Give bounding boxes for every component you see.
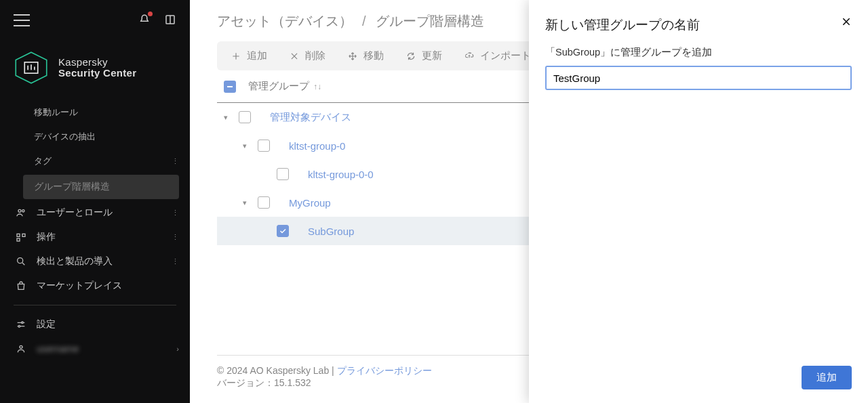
row-checkbox[interactable] bbox=[258, 196, 270, 209]
sidebar-item-tags[interactable]: タグ ⋮ bbox=[0, 149, 190, 173]
settings-icon bbox=[15, 318, 27, 331]
breadcrumb-separator: / bbox=[362, 14, 366, 29]
cloud-upload-icon bbox=[464, 51, 475, 62]
move-button[interactable]: 移動 bbox=[339, 45, 392, 66]
caret-icon[interactable]: ▾ bbox=[224, 113, 232, 122]
users-icon bbox=[15, 207, 27, 219]
chevron-right-icon: ⋮ bbox=[172, 209, 179, 217]
add-button[interactable]: 追加 bbox=[222, 45, 275, 66]
privacy-link[interactable]: プライバシーポリシー bbox=[337, 365, 432, 376]
sidebar-item-marketplace[interactable]: マーケットプレイス bbox=[0, 274, 190, 298]
caret-icon[interactable]: ▾ bbox=[243, 142, 251, 150]
header-checkbox[interactable] bbox=[224, 81, 236, 93]
chevron-right-icon: ⋮ bbox=[172, 157, 179, 166]
sidebar-item-label: 操作 bbox=[37, 231, 56, 243]
submit-button[interactable]: 追加 bbox=[802, 366, 852, 389]
create-group-panel: 新しい管理グループの名前 「SubGroup」に管理グループを追加 追加 bbox=[529, 0, 868, 403]
svg-rect-12 bbox=[227, 86, 233, 87]
svg-rect-6 bbox=[22, 234, 25, 236]
copyright: © 2024 AO Kaspersky Lab bbox=[217, 365, 329, 376]
button-label: 追加 bbox=[247, 49, 267, 62]
sidebar-item-label: ユーザーとロール bbox=[37, 207, 113, 219]
sidebar-nav: 移動ルール デバイスの抽出 タグ ⋮ グループ階層構造 ユーザーとロール ⋮ 操… bbox=[0, 100, 190, 403]
column-header-group[interactable]: 管理グループ ↑↓ bbox=[248, 80, 321, 93]
notification-badge bbox=[148, 12, 153, 16]
group-link[interactable]: MyGroup bbox=[289, 197, 331, 209]
operations-icon bbox=[15, 231, 27, 243]
sidebar-item-move-rules[interactable]: 移動ルール bbox=[0, 100, 190, 125]
button-label: 削除 bbox=[305, 49, 326, 62]
sidebar-item-operations[interactable]: 操作 ⋮ bbox=[0, 225, 190, 249]
brand-line2: Security Center bbox=[58, 68, 136, 79]
refresh-icon bbox=[406, 51, 416, 62]
version-value: 15.1.532 bbox=[274, 377, 311, 388]
svg-rect-7 bbox=[17, 238, 20, 241]
button-label: 移動 bbox=[363, 49, 384, 62]
brand-logo-icon bbox=[14, 50, 49, 85]
panel-title: 新しい管理グループの名前 bbox=[545, 16, 700, 34]
group-link[interactable]: SubGroup bbox=[308, 226, 354, 237]
sidebar-item-group-hierarchy[interactable]: グループ階層構造 bbox=[23, 175, 179, 199]
hamburger-icon[interactable] bbox=[14, 14, 30, 26]
sidebar: Kaspersky Security Center 移動ルール デバイスの抽出 … bbox=[0, 0, 190, 403]
sidebar-item-settings[interactable]: 設定 bbox=[0, 312, 190, 337]
brand-line1: Kaspersky bbox=[58, 57, 136, 68]
plus-icon bbox=[231, 51, 241, 62]
refresh-button[interactable]: 更新 bbox=[397, 45, 450, 66]
caret-icon[interactable]: ▾ bbox=[243, 198, 251, 207]
row-checkbox[interactable] bbox=[277, 168, 289, 180]
import-button[interactable]: インポート bbox=[456, 45, 539, 66]
svg-point-11 bbox=[20, 345, 22, 348]
sidebar-item-account[interactable]: username › bbox=[0, 337, 190, 361]
move-icon bbox=[347, 51, 358, 62]
svg-point-8 bbox=[18, 258, 23, 263]
group-link[interactable]: kltst-group-0-0 bbox=[308, 169, 374, 180]
button-label: 更新 bbox=[422, 49, 442, 62]
svg-point-4 bbox=[22, 210, 24, 212]
row-checkbox[interactable] bbox=[258, 140, 270, 152]
row-checkbox[interactable] bbox=[239, 111, 251, 123]
close-icon[interactable] bbox=[841, 16, 852, 29]
version-label: バージョン： bbox=[217, 377, 274, 388]
svg-point-3 bbox=[18, 209, 21, 212]
sidebar-item-label: 検出と製品の導入 bbox=[37, 255, 113, 268]
breadcrumb-current: グループ階層構造 bbox=[376, 12, 484, 30]
sidebar-item-label: マーケットプレイス bbox=[37, 280, 122, 292]
sidebar-item-label: 設定 bbox=[37, 318, 56, 331]
chevron-right-icon: › bbox=[176, 345, 179, 353]
svg-point-10 bbox=[18, 325, 20, 327]
search-icon bbox=[15, 255, 27, 268]
notifications-icon[interactable] bbox=[138, 14, 151, 28]
delete-button[interactable]: 削除 bbox=[281, 45, 334, 66]
group-link[interactable]: kltst-group-0 bbox=[289, 140, 345, 152]
group-name-input[interactable] bbox=[545, 66, 852, 90]
sidebar-item-users-roles[interactable]: ユーザーとロール ⋮ bbox=[0, 200, 190, 225]
sidebar-item-discovery[interactable]: 検出と製品の導入 ⋮ bbox=[0, 249, 190, 274]
svg-point-9 bbox=[22, 322, 24, 324]
panel-subtitle: 「SubGroup」に管理グループを追加 bbox=[545, 46, 852, 59]
chevron-right-icon: ⋮ bbox=[172, 233, 179, 242]
book-icon[interactable] bbox=[164, 14, 176, 28]
sidebar-separator bbox=[14, 305, 176, 305]
chevron-right-icon: ⋮ bbox=[172, 257, 179, 266]
bag-icon bbox=[15, 280, 27, 292]
sidebar-item-label: username bbox=[37, 343, 79, 354]
sort-icon: ↑↓ bbox=[313, 82, 321, 91]
row-checkbox[interactable] bbox=[277, 225, 289, 237]
sidebar-item-device-selections[interactable]: デバイスの抽出 bbox=[0, 125, 190, 149]
brand: Kaspersky Security Center bbox=[0, 41, 190, 100]
column-label: 管理グループ bbox=[248, 80, 309, 93]
sidebar-item-label: タグ bbox=[34, 155, 52, 167]
sidebar-item-label: グループ階層構造 bbox=[34, 181, 110, 193]
sidebar-topbar bbox=[0, 0, 190, 41]
breadcrumb-root[interactable]: アセット（デバイス） bbox=[217, 12, 353, 30]
close-icon bbox=[289, 51, 300, 62]
group-link[interactable]: 管理対象デバイス bbox=[270, 111, 351, 124]
svg-rect-5 bbox=[17, 234, 20, 236]
sidebar-item-label: デバイスの抽出 bbox=[34, 131, 96, 143]
user-icon bbox=[15, 343, 27, 355]
button-label: インポート bbox=[480, 49, 531, 62]
sidebar-item-label: 移動ルール bbox=[34, 106, 78, 119]
